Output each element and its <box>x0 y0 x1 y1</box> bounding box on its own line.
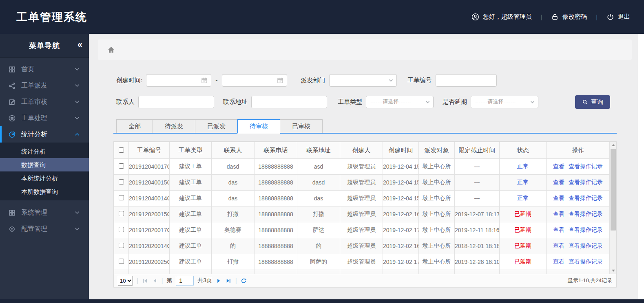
cell-phone: 18888888888 <box>255 191 297 206</box>
cell-order-no: 201912020014C <box>129 238 170 254</box>
view-link[interactable]: 查看 <box>553 179 564 185</box>
collapse-sidebar-button[interactable]: « <box>77 40 82 50</box>
select-all-checkbox[interactable] <box>119 147 124 153</box>
view-link[interactable]: 查看 <box>553 258 564 265</box>
scroll-down-button[interactable] <box>610 267 617 274</box>
main-content: 创建时间: - 派发部门 工单编号 <box>89 34 638 299</box>
cell-contact: 的 <box>212 238 255 254</box>
sidebar-subitem-local-statistics[interactable]: 本所统计分析 <box>0 171 89 185</box>
view-link[interactable]: 查看 <box>553 226 564 233</box>
cell-deadline: --- <box>455 191 500 206</box>
row-checkbox[interactable] <box>119 243 124 248</box>
lock-icon <box>551 13 559 21</box>
row-checkbox[interactable] <box>119 163 124 169</box>
tab-reviewed[interactable]: 已审核 <box>280 119 323 133</box>
sidebar-subitem-local-data-query[interactable]: 本所数据查询 <box>0 185 89 198</box>
user-greeting[interactable]: 您好，超级管理员 <box>471 13 532 21</box>
cell-phone: 18888888888 <box>255 175 297 191</box>
tab-to-review[interactable]: 待审核 <box>237 119 280 134</box>
pie-chart-icon <box>8 131 16 138</box>
contact-input[interactable] <box>138 96 214 108</box>
tab-to-dispatch[interactable]: 待派发 <box>153 119 195 133</box>
logout-link[interactable]: 退出 <box>606 13 630 21</box>
cell-phone: 18888888888 <box>255 206 297 222</box>
order-no-input[interactable] <box>436 74 497 87</box>
order-type-select[interactable]: -------请选择------- <box>366 96 434 108</box>
divider: | <box>137 277 138 284</box>
cell-dispatch-target: 墩上中心所 <box>419 159 455 175</box>
divider: | <box>541 14 542 20</box>
create-time-start <box>146 74 211 87</box>
tab-all[interactable]: 全部 <box>116 119 153 133</box>
create-time-end-input[interactable] <box>222 74 287 87</box>
view-log-link[interactable]: 查看操作记录 <box>569 163 603 169</box>
sidebar-subitem-statistics[interactable]: 统计分析 <box>0 145 89 158</box>
row-checkbox[interactable] <box>119 259 124 264</box>
dispatch-dept-select[interactable] <box>329 74 397 87</box>
sidebar-item-home[interactable]: 首页 <box>0 61 89 77</box>
status-badge: 已延期 <box>514 258 531 265</box>
table-row-partial <box>114 270 610 274</box>
cell-contact: 打撒 <box>212 254 255 270</box>
sidebar-item-process[interactable]: 工单处理 <box>0 110 89 126</box>
sidebar-subitem-data-query[interactable]: 数据查询 <box>0 158 89 171</box>
cell-phone: 18888888888 <box>255 159 297 175</box>
table-row: 201912020025C 建议工单 打撒 18888888888 阿萨的 超级… <box>114 254 610 270</box>
cell-contact: 打撒 <box>212 206 255 222</box>
cell-deadline: 2018-12-01 18:18 <box>455 238 500 254</box>
view-link[interactable]: 查看 <box>553 211 564 217</box>
sidebar-item-statistics[interactable]: 统计分析 <box>0 126 89 143</box>
cell-address: asd <box>297 159 340 175</box>
search-button[interactable]: 查询 <box>575 95 610 109</box>
home-icon[interactable] <box>107 46 115 54</box>
tab-dispatched[interactable]: 已派发 <box>195 119 238 133</box>
cell-create-time: 2019-12-04 15 <box>383 159 419 175</box>
col-deadline: 限定截止时间 <box>455 142 500 159</box>
refresh-button[interactable] <box>241 278 247 284</box>
breadcrumb <box>98 40 632 60</box>
select-all-cell <box>114 142 129 159</box>
cell-contact: dasd <box>212 159 255 175</box>
sidebar-item-dispatch[interactable]: 工单派发 <box>0 77 89 94</box>
prev-page-button[interactable] <box>152 278 158 284</box>
view-link[interactable]: 查看 <box>553 242 564 249</box>
change-password-link[interactable]: 修改密码 <box>551 13 587 21</box>
sidebar-item-review[interactable]: 工单审核 <box>0 94 89 110</box>
last-page-button[interactable] <box>226 278 232 284</box>
view-link[interactable]: 查看 <box>553 163 564 169</box>
view-log-link[interactable]: 查看操作记录 <box>569 258 603 265</box>
create-time-start-input[interactable] <box>146 74 211 87</box>
first-page-button[interactable] <box>142 278 148 284</box>
row-checkbox[interactable] <box>119 211 124 216</box>
view-link[interactable]: 查看 <box>553 195 564 201</box>
cell-deadline: --- <box>455 159 500 175</box>
cell-creator: 超级管理员 <box>340 238 383 254</box>
scroll-up-button[interactable] <box>610 142 617 148</box>
view-log-link[interactable]: 查看操作记录 <box>569 242 603 249</box>
address-input[interactable] <box>251 96 327 108</box>
view-log-link[interactable]: 查看操作记录 <box>569 195 603 201</box>
table-row: 201912020017C 建议工单 奥德赛 18888888888 萨达 超级… <box>114 222 610 238</box>
page-number-input[interactable] <box>176 276 194 286</box>
view-log-link[interactable]: 查看操作记录 <box>569 179 603 185</box>
chevron-down-icon <box>74 83 80 88</box>
row-checkbox[interactable] <box>119 227 124 232</box>
sidebar-item-system[interactable]: 系统管理 <box>0 204 89 221</box>
cell-creator: 超级管理员 <box>340 222 383 238</box>
cell-status: 已延期 <box>500 238 547 254</box>
view-log-link[interactable]: 查看操作记录 <box>569 226 603 233</box>
cell-order-type: 建议工单 <box>170 191 212 206</box>
status-badge: 已延期 <box>514 242 531 249</box>
page-size-select[interactable]: 10 <box>118 276 133 285</box>
sidebar-item-config[interactable]: 配置管理 <box>0 221 89 237</box>
scrollbar-thumb[interactable] <box>611 149 616 231</box>
row-checkbox[interactable] <box>119 195 124 200</box>
cell-contact: das <box>212 175 255 191</box>
view-log-link[interactable]: 查看操作记录 <box>569 211 603 217</box>
is-delayed-select[interactable]: -------请选择------- <box>471 96 538 108</box>
chevron-down-icon <box>74 99 80 105</box>
row-checkbox[interactable] <box>119 179 124 184</box>
table-scrollbar[interactable] <box>610 142 617 274</box>
order-no-label: 工单编号 <box>407 77 432 84</box>
next-page-button[interactable] <box>216 278 222 284</box>
